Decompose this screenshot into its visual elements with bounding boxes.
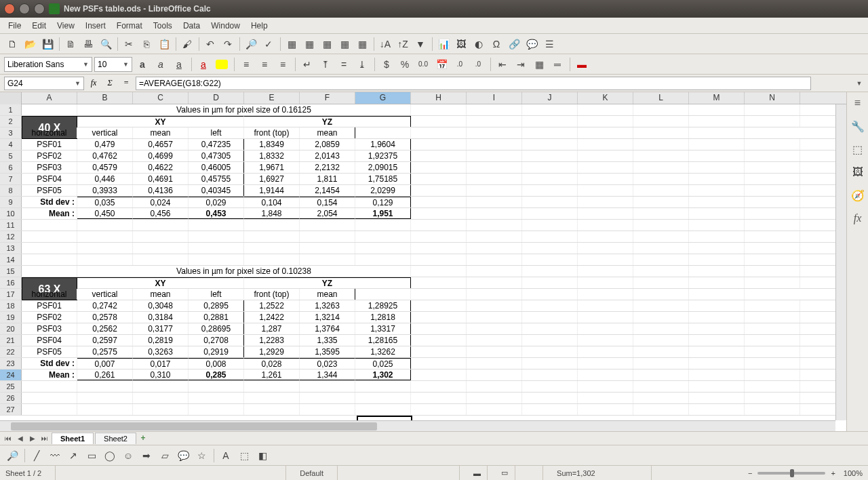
cell[interactable]	[633, 312, 689, 323]
wrap-icon[interactable]: ↵	[299, 56, 315, 73]
cell[interactable]	[133, 231, 189, 242]
cell[interactable]	[633, 277, 689, 288]
cell[interactable]	[578, 404, 633, 415]
cell[interactable]	[77, 381, 133, 392]
cell[interactable]: 1,3214	[300, 312, 355, 323]
cell[interactable]	[633, 116, 689, 127]
cell[interactable]	[745, 335, 800, 346]
row-icon[interactable]: ▦	[283, 36, 300, 52]
cell[interactable]: horizontal	[22, 289, 77, 300]
cell[interactable]	[745, 162, 800, 173]
cell[interactable]	[411, 300, 467, 311]
rect-icon[interactable]: ▭	[83, 447, 100, 464]
cell[interactable]: 0,4691	[133, 174, 189, 184]
prev-sheet-icon[interactable]: ◀	[15, 433, 26, 444]
cell[interactable]: 0,479	[77, 139, 133, 150]
flowchart-icon[interactable]: ▱	[157, 447, 173, 464]
cell[interactable]	[633, 208, 689, 219]
cell[interactable]	[467, 162, 522, 173]
cell[interactable]: 0,40345	[189, 185, 244, 196]
cell[interactable]: 1,9671	[244, 162, 300, 173]
date-icon[interactable]: 📅	[433, 56, 450, 73]
formula-input[interactable]: =AVERAGE(G18:G22)	[136, 77, 811, 90]
cell[interactable]	[522, 381, 578, 392]
print-icon[interactable]: 🖶	[80, 36, 96, 52]
cell[interactable]	[633, 300, 689, 311]
cell[interactable]	[133, 393, 189, 403]
cell[interactable]	[411, 116, 467, 127]
cell[interactable]: 0,154	[300, 197, 355, 207]
cell[interactable]: 0,024	[133, 197, 189, 207]
cell[interactable]: 1,8349	[244, 139, 300, 150]
cell[interactable]	[133, 381, 189, 392]
cell[interactable]: YZ	[244, 277, 411, 288]
cell[interactable]: 1,2422	[244, 312, 300, 323]
col-header-I[interactable]: I	[467, 92, 522, 104]
sort-desc-icon[interactable]: ↑Z	[395, 36, 411, 52]
autofilter-icon[interactable]: ▼	[412, 36, 429, 52]
cell[interactable]	[689, 266, 745, 277]
cell[interactable]	[411, 381, 467, 392]
cell[interactable]	[467, 139, 522, 150]
row-header[interactable]: 12	[0, 231, 22, 242]
cell[interactable]: 0,2895	[189, 300, 244, 311]
function-wizard-icon[interactable]: fx	[87, 77, 100, 90]
sort-asc-icon[interactable]: ↓A	[377, 36, 393, 52]
align-center-icon[interactable]: ≡	[256, 56, 273, 73]
cell[interactable]	[467, 266, 522, 277]
cell[interactable]: 0,2575	[77, 346, 133, 357]
cell[interactable]: PSF01	[22, 300, 77, 311]
menu-tools[interactable]: Tools	[148, 19, 178, 33]
valign-bot-icon[interactable]: ⤓	[354, 56, 370, 73]
cell[interactable]: 1,3262	[355, 346, 411, 357]
cell[interactable]	[355, 393, 411, 403]
cell[interactable]: 0,3184	[133, 312, 189, 323]
cell[interactable]: PSF04	[22, 335, 77, 346]
cell[interactable]	[467, 369, 522, 380]
col-header-E[interactable]: E	[244, 92, 300, 104]
spreadsheet-grid[interactable]: ABCDEFGHIJKLMN 1Values in µm for pixel s…	[0, 92, 846, 431]
row-header[interactable]: 3	[0, 127, 22, 138]
cell[interactable]	[522, 266, 578, 277]
equals-icon[interactable]: =	[119, 77, 133, 90]
cell[interactable]	[467, 116, 522, 127]
cell[interactable]	[522, 346, 578, 357]
font-name-combo[interactable]: Liberation Sans▼	[4, 57, 92, 72]
cell[interactable]	[411, 127, 467, 138]
row-header[interactable]: 1	[0, 104, 22, 115]
cell[interactable]	[467, 185, 522, 196]
cell[interactable]	[578, 220, 633, 231]
row-header[interactable]: 22	[0, 346, 22, 357]
cell[interactable]	[300, 254, 355, 265]
cell[interactable]: 0,3263	[133, 346, 189, 357]
cell[interactable]: PSF01	[22, 139, 77, 150]
cell[interactable]	[578, 346, 633, 357]
cell[interactable]	[244, 404, 300, 415]
cell[interactable]: 1,811	[300, 174, 355, 184]
cell[interactable]	[745, 369, 800, 380]
signature[interactable]	[515, 466, 543, 480]
cell[interactable]	[689, 208, 745, 219]
cell[interactable]: PSF02	[22, 151, 77, 161]
cell[interactable]	[578, 289, 633, 300]
cell[interactable]	[745, 220, 800, 231]
gallery-icon[interactable]: 🖼	[850, 164, 866, 180]
row-header[interactable]: 23	[0, 358, 22, 369]
cell[interactable]	[522, 393, 578, 403]
bold-icon[interactable]: a	[134, 56, 151, 73]
menu-data[interactable]: Data	[178, 19, 205, 33]
cell[interactable]: PSF04	[22, 174, 77, 184]
cell[interactable]	[522, 174, 578, 184]
cell[interactable]	[355, 243, 411, 254]
cell[interactable]: 0,310	[133, 369, 189, 380]
cell[interactable]: PSF03	[22, 162, 77, 173]
cell[interactable]	[633, 151, 689, 161]
cell[interactable]: 0,3048	[133, 300, 189, 311]
cell[interactable]	[411, 404, 467, 415]
cell[interactable]	[745, 358, 800, 369]
cell[interactable]: 1,2818	[355, 312, 411, 323]
cell[interactable]	[22, 393, 77, 403]
align-right-icon[interactable]: ≡	[275, 56, 291, 73]
cell[interactable]	[355, 220, 411, 231]
cell[interactable]: 1,3263	[300, 300, 355, 311]
